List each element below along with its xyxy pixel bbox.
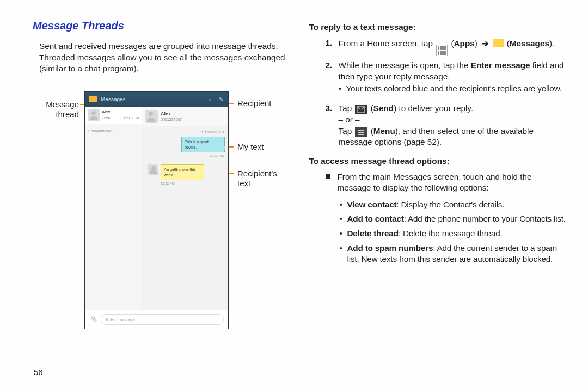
enter-message-field: Enter message — [101, 314, 224, 325]
avatar-icon — [148, 164, 158, 175]
bubble-time: 12:22 PM — [145, 181, 225, 186]
page-number: 56 — [34, 367, 43, 377]
thread-time: 12:19 PM — [123, 115, 139, 120]
option-delete-thread: •Delete thread: Delete the message threa… — [340, 228, 567, 240]
phone-titlebar: Messages ⌕ ✎ — [85, 92, 228, 107]
option-add-to-contact: •Add to contact: Add the phone number to… — [340, 213, 567, 225]
my-text-bubble: This is a great device. — [181, 137, 225, 152]
apps-icon — [436, 45, 448, 56]
thread-item: Alex This i… 12:19 PM — [85, 107, 142, 124]
conversation-count: 1 conversation — [85, 124, 142, 138]
compose-icon: ✎ — [217, 96, 225, 103]
chat-contact-phone: 5551234567 — [161, 117, 182, 122]
callout-recipient: Recipient — [237, 99, 272, 108]
chat-contact-name: Alex — [161, 111, 182, 117]
or-text: – or – — [339, 115, 360, 124]
attach-icon: 📎 — [90, 316, 97, 323]
reply-heading: To reply to a text message: — [309, 22, 567, 33]
chat-pane: Alex 5551234567 11/15/2013 Fri This is a… — [142, 107, 228, 310]
access-heading: To access message thread options: — [309, 156, 567, 167]
square-bullet-icon — [326, 174, 330, 179]
callout-message-thread: Message thread — [30, 100, 79, 119]
avatar-icon — [88, 109, 100, 121]
chat-date: 11/15/2013 Fri — [142, 126, 228, 136]
bubble-time: 12:21 PM — [145, 154, 225, 158]
manual-page: Message Threads Sent and received messag… — [0, 0, 588, 392]
arrow-icon: ➔ — [482, 39, 489, 48]
menu-icon — [355, 127, 367, 137]
access-intro-row: From the main Messages screen, touch and… — [309, 171, 567, 194]
section-heading: Message Threads — [33, 19, 290, 33]
chat-header: Alex 5551234567 — [142, 107, 228, 126]
thread-name: Alex — [102, 109, 139, 115]
step-3: 3. Tap (Send) to deliver your reply. – o… — [326, 103, 567, 148]
messages-icon — [89, 96, 97, 102]
recipient-text-bubble: I'm getting one this week. — [161, 164, 204, 180]
callout-my-text: My text — [237, 142, 264, 152]
right-column: To reply to a text message: 1. From a Ho… — [309, 19, 567, 381]
step-2: 2. While the message is open, tap the En… — [326, 60, 567, 97]
compose-bar: 📎 Enter message — [85, 310, 228, 329]
app-title: Messages — [101, 96, 203, 103]
step-1: 1. From a Home screen, tap (Apps) ➔ (Mes… — [326, 38, 567, 55]
search-icon: ⌕ — [206, 96, 214, 103]
avatar-icon — [145, 110, 158, 123]
option-view-contact: •View contact: Display the Contact's det… — [340, 199, 567, 211]
messages-icon — [493, 39, 504, 47]
option-add-to-spam: •Add to spam numbers: Add the current se… — [340, 243, 567, 265]
callout-recipient-text: Recipient's text — [237, 169, 292, 188]
intro-text: Sent and received messages are grouped i… — [33, 41, 290, 75]
thread-preview: This i… — [102, 115, 115, 120]
phone-mock: Messages ⌕ ✎ Alex This i… 12:19 PM — [84, 91, 229, 329]
send-icon — [355, 105, 367, 114]
thread-list: Alex This i… 12:19 PM 1 conversation — [85, 107, 142, 310]
left-column: Message Threads Sent and received messag… — [33, 19, 290, 381]
access-intro: From the main Messages screen, touch and… — [338, 171, 567, 194]
